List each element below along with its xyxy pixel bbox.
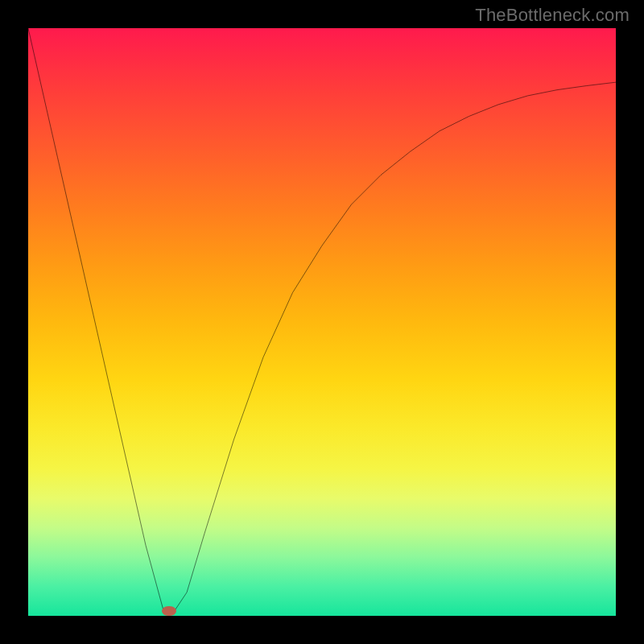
optimal-point-marker bbox=[162, 606, 176, 616]
outer-black-frame: TheBottleneck.com bbox=[0, 0, 644, 644]
plot-area bbox=[28, 28, 616, 616]
bottleneck-curve bbox=[28, 28, 616, 616]
credit-watermark: TheBottleneck.com bbox=[475, 5, 630, 26]
